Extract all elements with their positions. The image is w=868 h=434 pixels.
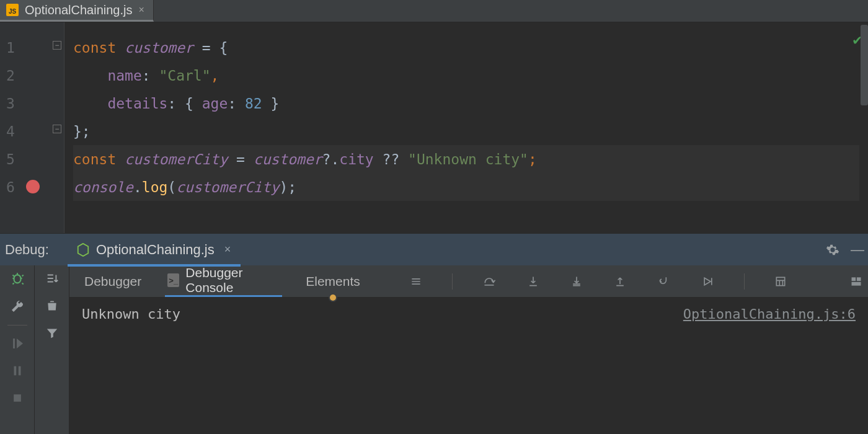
line-number: 2 bbox=[6, 68, 22, 84]
separator bbox=[744, 273, 745, 290]
rerun-debug-icon[interactable] bbox=[8, 270, 27, 289]
code-line[interactable]: name: "Carl", bbox=[73, 61, 859, 89]
svg-rect-2 bbox=[18, 366, 20, 376]
code-line[interactable]: const customerCity = customer?.city ?? "… bbox=[73, 145, 859, 173]
svg-rect-5 bbox=[776, 277, 784, 285]
run-config-tab[interactable]: OptionalChaining.js × bbox=[68, 235, 241, 267]
editor-tab[interactable]: OptionalChaining.js × bbox=[0, 0, 154, 22]
stop-icon[interactable] bbox=[8, 389, 27, 407]
terminal-icon: >_ bbox=[167, 273, 179, 287]
svg-rect-1 bbox=[14, 366, 16, 376]
line-number: 1 bbox=[6, 40, 22, 56]
code-line[interactable]: }; bbox=[73, 117, 859, 145]
svg-rect-7 bbox=[857, 277, 861, 281]
fold-close-icon[interactable]: − bbox=[53, 125, 61, 133]
gutter[interactable]: 1− 2 3 4− 5 6 bbox=[0, 22, 64, 233]
minimize-icon[interactable]: — bbox=[847, 242, 868, 258]
svg-rect-6 bbox=[852, 277, 856, 281]
line-number: 6 bbox=[6, 179, 22, 195]
debug-toolwindow-header: Debug: OptionalChaining.js × — bbox=[0, 233, 868, 265]
svg-rect-8 bbox=[852, 281, 861, 285]
threads-icon[interactable] bbox=[405, 275, 427, 288]
editor-tabstrip: OptionalChaining.js × bbox=[0, 0, 868, 22]
step-into-icon[interactable] bbox=[522, 275, 544, 288]
code-line[interactable]: details: { age: 82 } bbox=[73, 89, 859, 117]
breakpoint-icon[interactable] bbox=[26, 180, 40, 193]
scroll-to-end-icon[interactable] bbox=[45, 272, 59, 285]
fold-open-icon[interactable]: − bbox=[53, 41, 61, 50]
js-file-icon bbox=[6, 4, 19, 16]
console-area: Debugger >_ Debugger Console Elements bbox=[69, 265, 868, 434]
code-editor[interactable]: 1− 2 3 4− 5 6 ✔ const customer = { name:… bbox=[0, 22, 868, 233]
line-number: 4 bbox=[6, 123, 22, 140]
separator bbox=[452, 273, 453, 290]
tab-debugger-console[interactable]: >_ Debugger Console bbox=[165, 265, 282, 297]
console-side-toolbar bbox=[35, 265, 69, 434]
line-number: 3 bbox=[6, 95, 22, 112]
svg-rect-4 bbox=[484, 285, 494, 286]
pause-icon[interactable] bbox=[8, 361, 27, 380]
debug-tabs: Debugger >_ Debugger Console Elements bbox=[69, 265, 868, 298]
line-number: 5 bbox=[6, 151, 22, 167]
svg-rect-0 bbox=[13, 339, 15, 348]
editor-tab-filename: OptionalChaining.js bbox=[25, 3, 132, 17]
code-area[interactable]: ✔ const customer = { name: "Carl", detai… bbox=[64, 22, 868, 233]
filter-icon[interactable] bbox=[45, 326, 59, 340]
code-line[interactable]: console.log(customerCity); bbox=[73, 173, 859, 201]
wrench-icon[interactable] bbox=[8, 298, 27, 316]
drop-frame-icon[interactable] bbox=[652, 275, 676, 288]
console-output[interactable]: Unknown city OptionalChaining.js:6 bbox=[69, 298, 868, 434]
code-line[interactable]: const customer = { bbox=[73, 33, 859, 61]
debug-side-toolbar bbox=[0, 265, 35, 434]
trash-icon[interactable] bbox=[46, 299, 58, 312]
separator bbox=[7, 325, 27, 326]
tab-debugger[interactable]: Debugger bbox=[82, 265, 144, 297]
layout-icon[interactable] bbox=[844, 275, 868, 288]
debug-toolwindow: Debugger >_ Debugger Console Elements bbox=[0, 265, 868, 434]
close-run-tab-icon[interactable]: × bbox=[224, 243, 231, 256]
evaluate-icon[interactable] bbox=[769, 275, 792, 288]
settings-icon[interactable] bbox=[826, 243, 847, 257]
step-out-icon[interactable] bbox=[609, 275, 631, 288]
svg-rect-3 bbox=[14, 394, 21, 402]
nodejs-icon bbox=[76, 243, 90, 257]
run-config-name: OptionalChaining.js bbox=[96, 242, 215, 258]
run-to-cursor-icon[interactable] bbox=[697, 275, 719, 288]
console-source-link[interactable]: OptionalChaining.js:6 bbox=[683, 306, 856, 322]
resume-icon[interactable] bbox=[8, 334, 27, 353]
scrollbar-thumb[interactable] bbox=[861, 25, 868, 105]
console-message: Unknown city bbox=[82, 306, 180, 322]
force-step-into-icon[interactable] bbox=[565, 275, 588, 288]
step-over-icon[interactable] bbox=[477, 275, 501, 288]
tab-elements[interactable]: Elements bbox=[303, 265, 363, 297]
debug-label: Debug: bbox=[4, 242, 68, 258]
close-tab-icon[interactable]: × bbox=[138, 4, 144, 16]
